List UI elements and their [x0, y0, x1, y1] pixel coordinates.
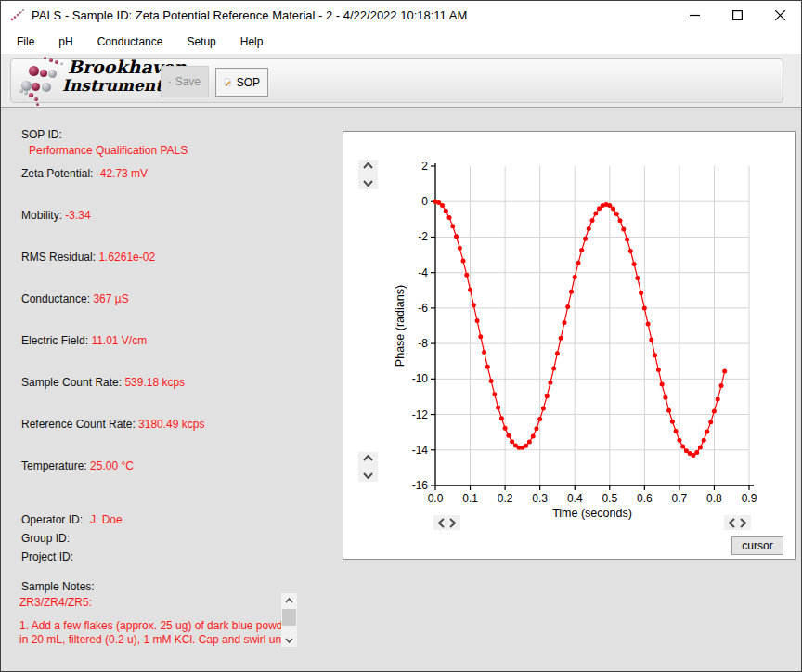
menu-item-help[interactable]: Help [228, 32, 276, 52]
y-axis-upper-spinner [358, 160, 378, 189]
save-button-label: Save [175, 75, 200, 88]
svg-text:Phase (radians): Phase (radians) [394, 285, 407, 367]
svg-text:-10: -10 [412, 372, 429, 385]
logo-dot [60, 62, 63, 65]
brand-name-bottom: Instruments [62, 76, 172, 95]
result-value: 539.18 kcps [124, 376, 185, 389]
sop-pencil-icon [224, 74, 232, 90]
svg-text:-14: -14 [412, 444, 429, 457]
logo-dot [29, 93, 33, 97]
result-value: -42.73 mV [97, 167, 148, 180]
menu-item-ph[interactable]: pH [46, 32, 84, 52]
svg-text:-2: -2 [418, 230, 428, 243]
chevron-right-icon [740, 518, 746, 528]
svg-text:Time (seconds): Time (seconds) [552, 507, 632, 520]
logo-dot [44, 57, 46, 59]
minimize-button[interactable] [673, 1, 716, 29]
result-label: Conductance: [21, 292, 90, 305]
notes-scrollbar[interactable] [281, 593, 297, 647]
spin-left-button[interactable] [727, 518, 738, 528]
result-label: RMS Residual: [21, 251, 96, 264]
spin-left-button[interactable] [436, 518, 447, 528]
logo-dot [24, 91, 28, 95]
notes-scroll-up-button[interactable] [281, 593, 297, 607]
svg-text:0.3: 0.3 [532, 492, 548, 505]
svg-text:0.7: 0.7 [672, 492, 688, 505]
result-row: Electric Field: 11.01 V/cm [21, 334, 147, 347]
sop-id-label-text: SOP ID: [21, 128, 62, 141]
save-floppy-icon [169, 75, 171, 89]
chevron-down-icon [363, 180, 373, 187]
sop-id-label: SOP ID: [21, 128, 62, 141]
sop-button[interactable]: SOP [215, 68, 268, 97]
spin-up-button[interactable] [358, 162, 378, 169]
chevron-up-icon [285, 598, 293, 603]
svg-text:-8: -8 [418, 337, 428, 350]
notes-scroll-down-button[interactable] [281, 633, 297, 647]
toolbar: Brookhaven Instruments Save SOP [1, 54, 801, 108]
spin-up-button[interactable] [358, 455, 378, 461]
svg-text:0.6: 0.6 [637, 492, 653, 505]
menu-item-conductance[interactable]: Conductance [85, 32, 175, 52]
id-row: Group ID: [21, 532, 77, 545]
spin-right-button[interactable] [738, 518, 749, 528]
maximize-button[interactable] [716, 1, 758, 29]
title-bar: PALS - Sample ID: Zeta Potential Referen… [1, 1, 801, 29]
chevron-down-icon [363, 472, 373, 479]
spin-down-button[interactable] [358, 472, 378, 479]
spin-down-button[interactable] [358, 180, 378, 187]
cursor-button[interactable]: cursor [731, 536, 783, 555]
svg-text:0.2: 0.2 [498, 492, 513, 505]
result-value: -3.34 [65, 209, 90, 222]
id-row: Operator ID:J. Doe [21, 513, 123, 526]
sop-id-value: Performance Qualification PALS [29, 144, 188, 157]
id-label: Project ID: [21, 550, 73, 563]
svg-text:0.4: 0.4 [567, 492, 583, 505]
result-value: 3180.49 kcps [138, 418, 204, 431]
svg-text:0.5: 0.5 [602, 492, 617, 505]
logo-dot [29, 66, 39, 76]
logo-dot [19, 89, 23, 93]
id-value: J. Doe [90, 513, 123, 526]
notes-scrollbar-thumb[interactable] [282, 609, 296, 626]
menu-item-file[interactable]: File [8, 32, 46, 52]
sop-button-label: SOP [237, 76, 260, 89]
chevron-right-icon [449, 518, 456, 528]
logo-dot [32, 83, 40, 91]
svg-text:0.9: 0.9 [742, 492, 757, 505]
result-label: Reference Count Rate: [21, 418, 136, 431]
close-button[interactable] [758, 1, 801, 29]
logo-dot [48, 70, 57, 78]
menu-item-setup[interactable]: Setup [175, 32, 227, 52]
result-row: Conductance: 367 µS [21, 292, 129, 305]
chevron-left-icon [438, 518, 445, 528]
sop-id-value-text: Performance Qualification PALS [29, 144, 188, 157]
spin-right-button[interactable] [447, 518, 459, 528]
result-row: Temperature: 25.00 °C [21, 459, 134, 472]
chevron-left-icon [729, 518, 735, 528]
phase-plot: 20-2-4-6-8-10-12-14-160.00.10.20.30.40.5… [343, 132, 795, 559]
x-axis-right-spinner [724, 515, 751, 530]
id-label: Group ID: [21, 532, 70, 545]
logo-dot [40, 70, 47, 77]
save-button[interactable]: Save [161, 66, 209, 97]
result-row: Zeta Potential: -42.73 mV [21, 167, 148, 180]
svg-text:0.8: 0.8 [706, 492, 722, 505]
result-row: Mobility: -3.34 [21, 209, 91, 222]
id-label: Operator ID: [21, 513, 83, 526]
logo-dot [55, 60, 58, 64]
result-value: 367 µS [93, 292, 128, 305]
cursor-button-label: cursor [742, 539, 772, 552]
result-row: Reference Count Rate: 3180.49 kcps [21, 418, 204, 431]
svg-text:0: 0 [421, 195, 428, 208]
brookhaven-logo: Brookhaven Instruments [19, 55, 168, 107]
result-value: 11.01 V/cm [91, 334, 147, 347]
menu-bar: FilepHConductanceSetupHelp [1, 29, 801, 54]
minimize-icon [690, 10, 700, 20]
y-axis-lower-spinner [358, 452, 378, 482]
svg-text:0.1: 0.1 [462, 492, 478, 505]
result-value: 25.00 °C [90, 459, 134, 472]
id-row: Project ID: [21, 550, 81, 563]
svg-text:-6: -6 [418, 302, 428, 315]
window-title: PALS - Sample ID: Zeta Potential Referen… [32, 8, 467, 22]
